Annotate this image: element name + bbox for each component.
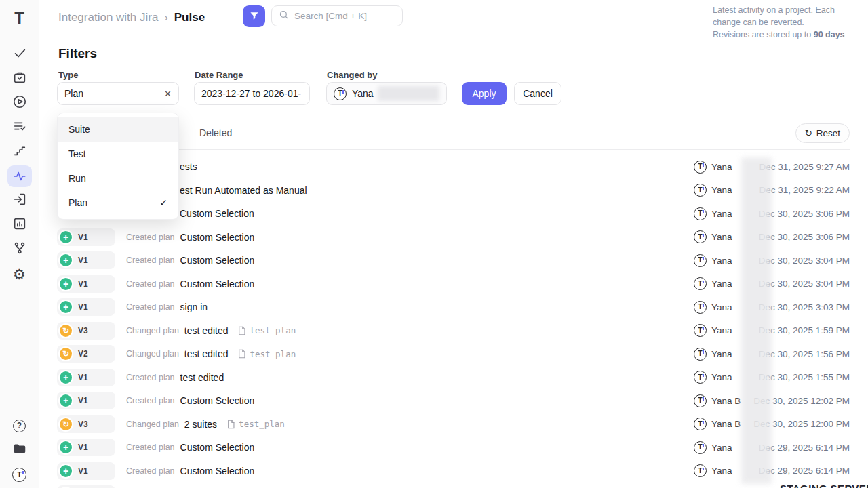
sidebar-item-steps[interactable] [0, 140, 39, 164]
version-badge: ↻ V2 [57, 345, 115, 363]
plan-link[interactable]: test_plan [226, 419, 285, 429]
bar-chart-icon [12, 216, 27, 234]
plus-icon: + [60, 441, 72, 453]
app-logo-icon[interactable]: T [14, 7, 24, 30]
clear-type-icon[interactable]: ✕ [159, 89, 172, 99]
file-icon [237, 349, 246, 359]
dropdown-item-test[interactable]: Test [58, 142, 178, 166]
timestamp: Dec 30, 2025 3:04 PM [759, 279, 850, 289]
action-label: Created plan [126, 279, 175, 289]
version-badge: + V1 [57, 392, 115, 409]
item-title: test edited [184, 325, 229, 336]
dropdown-item-plan[interactable]: Plan✓ [58, 190, 178, 215]
plus-icon: + [60, 231, 72, 243]
sidebar-item-results[interactable] [0, 115, 39, 140]
sidebar-item-settings[interactable]: ⚙ [0, 262, 39, 286]
sidebar-item-projects[interactable] [0, 438, 39, 462]
staging-watermark: STAGING SERVER [780, 483, 868, 488]
version-badge: + V1 [57, 275, 115, 293]
plus-icon: + [60, 465, 72, 477]
sidebar-item-account[interactable]: T [0, 462, 39, 487]
version-label: V1 [78, 466, 88, 476]
list-check-icon [12, 119, 27, 136]
dropdown-item-suite[interactable]: Suite [58, 117, 178, 142]
item-title: Custom Selection [180, 395, 255, 406]
sidebar-item-analytics[interactable] [0, 213, 39, 237]
version-label: V1 [78, 232, 88, 242]
filters-title: Filters [58, 46, 97, 61]
plan-link-label: test_plan [250, 325, 296, 336]
version-label: V1 [78, 443, 88, 452]
breadcrumb-separator: › [164, 12, 167, 24]
user-avatar-icon: T [694, 371, 707, 384]
dropdown-item-run[interactable]: Run [58, 166, 178, 190]
user-name: Yana [711, 302, 732, 312]
sidebar-bottom: ? T [0, 413, 39, 488]
check-icon [12, 45, 27, 63]
item-title: test edited [180, 372, 224, 383]
version-label: V1 [78, 279, 88, 289]
version-badge: ↻ V3 [57, 415, 115, 433]
action-label: Created plan [126, 443, 175, 452]
briefcase-check-icon [12, 70, 27, 87]
version-badge: + V1 [57, 439, 115, 456]
cancel-button[interactable]: Cancel [514, 82, 561, 105]
date-range-label: Date Range [195, 70, 243, 80]
sidebar-item-cases[interactable] [0, 66, 39, 91]
type-label: Type [58, 70, 78, 80]
user-name: Yana [711, 349, 732, 359]
user-avatar-icon: T [694, 207, 707, 220]
sidebar-item-runs[interactable] [0, 91, 39, 115]
gear-icon: ⚙ [13, 267, 26, 281]
type-select[interactable]: Plan ✕ [57, 82, 179, 105]
sidebar-item-help[interactable]: ? [0, 413, 39, 438]
user-name: Yana B [711, 419, 741, 429]
sidebar-item-tests[interactable] [0, 42, 39, 66]
tab-deleted[interactable]: Deleted [199, 127, 232, 138]
reset-button[interactable]: ↻ Reset [795, 123, 850, 143]
redacted-names-blur [741, 157, 772, 484]
pulse-icon [7, 165, 32, 187]
date-range-input[interactable]: 2023-12-27 to 2026-01- [194, 82, 310, 105]
timestamp: Dec 30, 2025 1:56 PM [759, 349, 850, 359]
user-avatar-icon: T [694, 418, 707, 430]
check-icon: ✓ [159, 197, 167, 208]
sidebar-nav: ⚙ [0, 42, 39, 286]
item-title: test edited [184, 348, 229, 359]
sidebar-item-import[interactable] [0, 188, 39, 213]
user: T Yana [694, 324, 732, 337]
timestamp: Dec 30, 2025 1:55 PM [759, 372, 850, 382]
plan-link[interactable]: test_plan [237, 325, 296, 336]
user-name: Yana [711, 256, 732, 266]
plus-icon: + [60, 394, 72, 407]
user-name: Yana B [711, 396, 741, 406]
timestamp: Dec 31, 2025 9:22 AM [759, 185, 850, 195]
user-avatar-icon: T [694, 184, 707, 197]
changed-by-select[interactable]: T Yana [326, 82, 447, 105]
plan-link-label: test_plan [239, 419, 285, 429]
user-name: Yana [711, 466, 732, 476]
breadcrumb-project[interactable]: Integration with Jira [58, 11, 158, 24]
filter-button[interactable] [243, 5, 265, 27]
plan-link[interactable]: test_plan [237, 349, 296, 359]
item-title: Custom Selection [180, 208, 254, 219]
reset-label: Reset [816, 128, 840, 138]
timestamp: Dec 29, 2025 6:14 PM [759, 443, 850, 453]
sidebar-item-pulse[interactable] [0, 164, 39, 188]
play-circle-icon [12, 94, 27, 112]
version-badge: + V1 [57, 298, 115, 316]
action-label: Created plan [126, 256, 175, 265]
dropdown-item-label: Suite [68, 124, 90, 135]
search-input[interactable] [294, 11, 414, 21]
item-title: Custom Selection [180, 255, 255, 266]
user: T Yana [694, 348, 732, 361]
user-avatar-icon: T [694, 230, 707, 243]
user-avatar-icon: T [694, 394, 707, 407]
user-avatar-icon: T [694, 324, 707, 337]
sidebar-item-branches[interactable] [0, 237, 39, 262]
breadcrumb: Integration with Jira › Pulse [58, 0, 205, 35]
steps-icon [12, 143, 27, 161]
apply-button[interactable]: Apply [462, 82, 507, 105]
date-range-value: 2023-12-27 to 2026-01- [201, 88, 301, 99]
file-icon [237, 326, 246, 336]
